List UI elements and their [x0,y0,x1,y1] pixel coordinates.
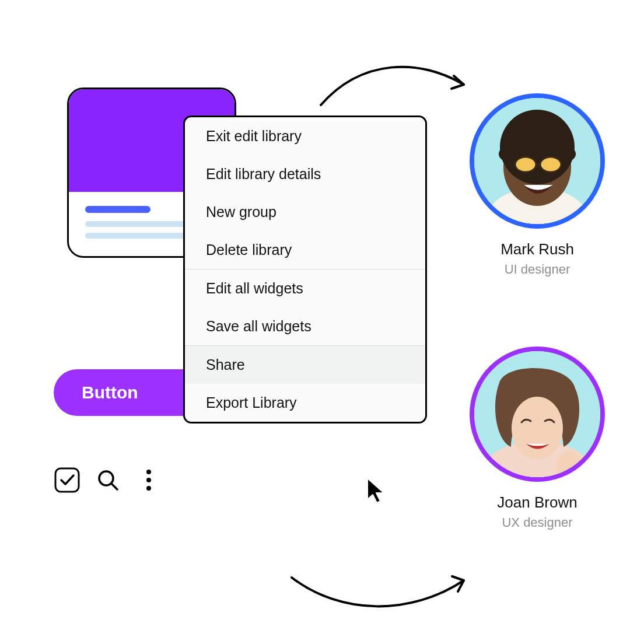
menu-item-edit-all-widgets[interactable]: Edit all widgets [185,270,425,307]
person-role: UI designer [505,262,570,277]
button-label: Button [82,383,138,402]
avatar [470,93,605,229]
svg-line-2 [111,484,117,489]
svg-point-12 [563,148,576,160]
arrow-icon [283,560,475,626]
menu-section: Edit all widgets Save all widgets [185,270,425,346]
person-name: Joan Brown [497,494,577,512]
svg-point-10 [556,132,568,144]
menu-item-share[interactable]: Share [185,346,425,384]
person-card-mark: Mark Rush UI designer [470,93,605,277]
menu-section: Exit edit library Edit library details N… [185,117,425,270]
svg-point-9 [506,132,518,144]
person-name: Mark Rush [501,240,574,258]
context-menu: Exit edit library Edit library details N… [183,116,427,424]
more-vertical-icon[interactable] [135,467,162,494]
checkbox-icon[interactable] [54,467,80,494]
svg-point-4 [146,478,151,482]
menu-section: Share Export Library [185,346,425,422]
menu-item-delete-library[interactable]: Delete library [185,231,425,269]
person-card-joan: Joan Brown UX designer [470,346,605,530]
menu-item-edit-library-details[interactable]: Edit library details [185,155,425,193]
svg-point-17 [512,397,563,460]
card-text-line [85,233,190,239]
svg-point-8 [500,110,575,184]
svg-point-5 [146,486,151,491]
card-title-placeholder [85,206,150,213]
menu-item-exit-edit-library[interactable]: Exit edit library [185,117,425,155]
menu-item-export-library[interactable]: Export Library [185,384,425,422]
cursor-icon [366,477,387,508]
svg-point-11 [499,148,512,160]
toolbar [54,467,162,494]
menu-item-new-group[interactable]: New group [185,193,425,231]
menu-item-save-all-widgets[interactable]: Save all widgets [185,307,425,345]
svg-point-14 [540,157,561,172]
svg-point-13 [515,157,536,172]
person-role: UX designer [502,515,572,530]
svg-rect-0 [55,468,79,492]
avatar [470,346,605,482]
arrow-icon [315,52,478,125]
svg-point-3 [146,470,151,474]
search-icon[interactable] [94,467,121,494]
